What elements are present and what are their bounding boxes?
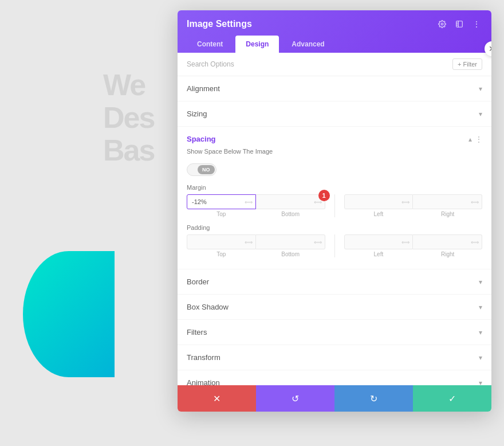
padding-top-icon: ⟺ [245, 239, 253, 245]
padding-bottom-group: ⟺ [256, 234, 325, 249]
padding-right-icon: ⟺ [471, 239, 479, 245]
margin-left-label: Left [344, 211, 414, 217]
filter-button[interactable]: + Filter [452, 58, 482, 70]
more-options-icon[interactable]: ⋮ [471, 18, 482, 30]
margin-left-icon: ⟺ [401, 199, 410, 205]
section-sizing-title: Sizing [187, 109, 207, 118]
image-settings-modal: Image Settings ⋮ Content Design [178, 10, 491, 412]
spacing-content: Show Space Below The Image NO Margin [178, 148, 491, 269]
search-bar: Search Options + Filter [178, 53, 491, 76]
margin-top-label: Top [187, 211, 256, 217]
tab-advanced[interactable]: Advanced [281, 36, 334, 53]
padding-top-label: Top [187, 251, 256, 257]
section-spacing-header[interactable]: Spacing ▴ ⋮ [178, 127, 491, 148]
padding-left-icon: ⟺ [401, 239, 410, 245]
reset-button[interactable]: ↺ [256, 385, 334, 412]
section-animation: Animation ▾ [178, 370, 491, 385]
modal-tabs: Content Design Advanced [187, 36, 482, 53]
show-space-label: Show Space Below The Image [187, 148, 273, 155]
svg-point-0 [441, 23, 443, 25]
bg-cyan-shape [23, 251, 115, 377]
margin-left-group: ⟺ [344, 194, 414, 209]
cancel-button[interactable]: ✕ [178, 385, 256, 412]
section-box-shadow-header[interactable]: Box Shadow ▾ [178, 295, 491, 319]
margin-right-group: ⟺ [413, 194, 482, 209]
alignment-chevron: ▾ [479, 85, 482, 93]
border-chevron: ▾ [479, 278, 482, 286]
spacing-header-icons: ▴ ⋮ [468, 135, 482, 143]
section-border-header[interactable]: Border ▾ [178, 269, 491, 294]
spacing-collapse-icon[interactable]: ▴ [468, 135, 472, 143]
section-box-shadow: Box Shadow ▾ [178, 295, 491, 320]
modal-body: Search Options + Filter Alignment ▾ Sizi… [178, 53, 491, 385]
section-animation-title: Animation [187, 378, 220, 385]
padding-left-group: ⟺ [344, 234, 414, 249]
padding-bottom-label: Bottom [256, 251, 325, 257]
margin-bottom-label: Bottom [256, 211, 325, 217]
padding-divider [334, 234, 335, 257]
section-filters: Filters ▾ [178, 320, 491, 345]
margin-divider [334, 194, 335, 217]
margin-top-group: ⟺ [187, 194, 256, 209]
section-animation-header[interactable]: Animation ▾ [178, 370, 491, 385]
svg-rect-1 [456, 21, 463, 28]
tab-content[interactable]: Content [187, 36, 233, 53]
expand-icon[interactable] [454, 18, 465, 30]
padding-label: Padding [187, 224, 482, 231]
confirm-button[interactable]: ✓ [413, 385, 491, 412]
section-alignment-title: Alignment [187, 84, 220, 93]
section-alignment: Alignment ▾ [178, 76, 491, 101]
section-spacing-title: Spacing [187, 135, 216, 143]
section-spacing: Spacing ▴ ⋮ Show Space Below The Image N… [178, 127, 491, 269]
search-options-label: Search Options [187, 60, 234, 68]
redo-button[interactable]: ↻ [334, 385, 413, 412]
section-transform: Transform ▾ [178, 345, 491, 370]
filters-chevron: ▾ [479, 328, 482, 337]
modal-title: Image Settings [187, 19, 252, 29]
padding-right-group: ⟺ [413, 234, 482, 249]
margin-fields-row: ⟺ ⟺ Top [187, 194, 482, 217]
section-alignment-header[interactable]: Alignment ▾ [178, 76, 491, 101]
section-border-title: Border [187, 277, 209, 286]
margin-badge: 1 [318, 190, 330, 201]
toggle-no-btn[interactable]: NO [198, 165, 215, 174]
padding-bottom-icon: ⟺ [314, 239, 322, 245]
section-transform-header[interactable]: Transform ▾ [178, 345, 491, 370]
padding-fields-row: ⟺ ⟺ Top Botto [187, 234, 482, 257]
sizing-chevron: ▾ [479, 110, 482, 118]
toggle-switch[interactable]: NO [187, 163, 216, 176]
section-border: Border ▾ [178, 269, 491, 295]
spacing-more-icon[interactable]: ⋮ [475, 135, 482, 143]
padding-top-group: ⟺ [187, 234, 256, 249]
transform-chevron: ▾ [479, 354, 482, 362]
padding-left-label: Left [344, 251, 414, 257]
section-sizing: Sizing ▾ [178, 101, 491, 127]
margin-top-icon: ⟺ [245, 199, 253, 205]
toggle-off-btn[interactable] [188, 168, 198, 171]
margin-label: Margin [187, 184, 482, 191]
margin-bottom-group: ⟺ [256, 194, 325, 209]
section-filters-header[interactable]: Filters ▾ [178, 320, 491, 345]
header-icons: ⋮ [436, 18, 482, 30]
modal-footer: ✕ ↺ ↻ ✓ [178, 385, 491, 412]
section-transform-title: Transform [187, 353, 220, 362]
margin-right-icon: ⟺ [471, 199, 479, 205]
bg-watermark: We Des Bas [103, 69, 154, 167]
padding-right-label: Right [413, 251, 482, 257]
tab-design[interactable]: Design [235, 36, 279, 53]
animation-chevron: ▾ [479, 379, 482, 386]
settings-icon[interactable] [436, 18, 448, 30]
section-filters-title: Filters [187, 328, 207, 337]
show-space-row: Show Space Below The Image [187, 148, 482, 155]
modal-header: Image Settings ⋮ Content Design [178, 10, 491, 53]
section-sizing-header[interactable]: Sizing ▾ [178, 101, 491, 126]
box-shadow-chevron: ▾ [479, 303, 482, 311]
section-box-shadow-title: Box Shadow [187, 303, 229, 311]
margin-right-label: Right [413, 211, 482, 217]
